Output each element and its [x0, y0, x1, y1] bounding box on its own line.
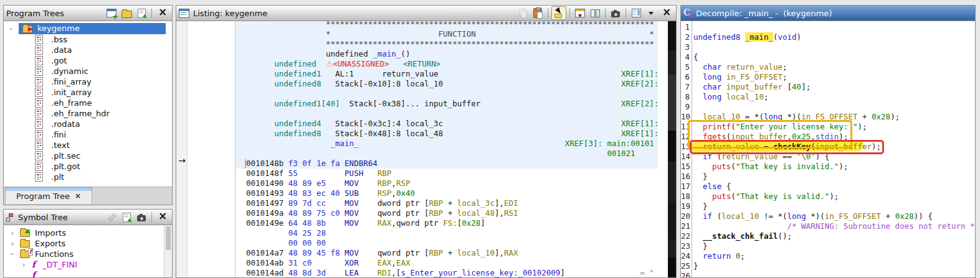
decompile-line[interactable]	[693, 42, 975, 52]
decompile-line[interactable]: undefined8 _main_(void)	[693, 32, 975, 42]
symbol-tree-header[interactable]: Symbol Tree	[4, 210, 172, 225]
listing-line[interactable]: undefined _main_()	[246, 49, 657, 59]
decompile-line[interactable]: {	[693, 52, 975, 62]
program-tree-item[interactable]: .got	[4, 55, 172, 66]
listing-line[interactable]: 00101497 89 7d cc MOV dword ptr [RBP + l…	[246, 198, 657, 208]
listing-line[interactable]: 0010149e 64 48 8b MOV RAX,qword ptr FS:[…	[246, 218, 657, 228]
program-tree-view[interactable]: › keygenme .bss.data.got.dynamic.fini_ar…	[4, 21, 172, 187]
listing-line[interactable]: undefined4 Stack[-0x3c]:4 local_3c XREF[…	[246, 119, 657, 129]
snapshot-camera-icon[interactable]	[135, 211, 148, 223]
program-tree-item[interactable]: .init_array	[4, 87, 172, 98]
decompile-line[interactable]: return 0;	[693, 251, 975, 261]
listing-header[interactable]: Listing: keygenme	[176, 6, 676, 21]
new-tree-icon[interactable]	[105, 7, 118, 19]
open-folder-icon[interactable]	[120, 7, 133, 19]
listing-overview-bar[interactable]	[668, 21, 676, 277]
program-tree-item[interactable]: .bss	[4, 34, 172, 45]
listing-line[interactable]: 001014ad 48 8d 3d LEA RDI,[s_Enter_your_…	[246, 268, 657, 277]
decompile-line[interactable]: puts("That key is valid.");	[693, 192, 975, 202]
listing-line[interactable]: 0010148f 55 PUSH RBP	[246, 169, 657, 178]
program-tree-item[interactable]: .text	[4, 140, 172, 151]
chevron-collapsed-icon[interactable]: ›	[9, 239, 16, 248]
close-icon[interactable]	[155, 7, 169, 19]
program-tree-item[interactable]: .eh_frame_hdr	[4, 108, 172, 119]
decompile-line[interactable]	[693, 102, 975, 112]
listing-line[interactable]: 00101493 48 83 ec 40 SUB RSP,0x40	[246, 188, 657, 198]
tree-root-row[interactable]: › keygenme	[4, 23, 172, 34]
symbol-tree-item[interactable]: ›Functions	[4, 249, 164, 259]
listing-view[interactable]: → **************************************…	[176, 21, 676, 277]
listing-line[interactable]: undefined1[40] Stack[-0x38]... input_buf…	[246, 99, 657, 109]
listing-line[interactable]: 001014ab 31 c0 XOR EAX,EAX	[246, 258, 657, 268]
symbol-tree-item[interactable]: ›_DT_FINI	[4, 259, 164, 270]
dropdown-arrow-icon[interactable]	[644, 7, 658, 19]
listing-line[interactable]	[246, 109, 657, 119]
decompile-view[interactable]: 1234567891011121314151617181920212223242…	[681, 21, 975, 277]
listing-line[interactable]: undefined8 Stack[-0x10]:8 local_10 XREF[…	[246, 79, 657, 89]
chevron-collapsed-icon[interactable]: ›	[9, 228, 16, 238]
decompile-header[interactable]: Decompile: _main_ - (keygenme)	[681, 6, 975, 21]
listing-line[interactable]: undefined ⚠<UNASSIGNED> <RETURN>	[246, 59, 657, 69]
program-root-label[interactable]: keygenme	[37, 24, 80, 33]
decompile-line[interactable]: }	[693, 261, 975, 271]
listing-line[interactable]: 04 25 28	[246, 228, 657, 238]
decompile-line[interactable]: }	[693, 241, 975, 251]
program-tree-item[interactable]: .plt.sec	[4, 151, 172, 161]
cursor-select-icon[interactable]	[551, 6, 566, 20]
program-tree-item[interactable]: .fini	[4, 129, 172, 140]
symbol-tree-item[interactable]: ›Imports	[4, 228, 164, 238]
listing-line[interactable]: 00 00 00	[246, 238, 657, 248]
decompile-line[interactable]: /* WARNING: Subroutine does not return *…	[693, 221, 975, 231]
symbol-tree-scrollbar[interactable]	[164, 225, 172, 277]
chevron-collapsed-icon[interactable]: ›	[20, 260, 27, 269]
copy-icon[interactable]	[516, 7, 530, 19]
chevron-expanded-icon[interactable]: ›	[8, 251, 17, 258]
decompile-line[interactable]: char input_buffer [40];	[693, 82, 975, 92]
tab-program-tree[interactable]: Program Tree ×	[5, 187, 92, 204]
decompile-line[interactable]: char return_value;	[693, 62, 975, 72]
listing-line[interactable]: * FUNCTION *	[246, 29, 657, 39]
snapshot-camera-icon[interactable]	[609, 7, 622, 19]
decompile-line[interactable]: __stack_chk_fail();	[693, 231, 975, 241]
decompile-line[interactable]: }	[693, 172, 975, 182]
symbol-tree-view[interactable]: ›Imports›Exports›Functions›_DT_FINI	[4, 225, 164, 277]
listing-line[interactable]	[246, 89, 657, 99]
decompile-line[interactable]: long local_10;	[693, 92, 975, 102]
listing-line[interactable]: _main_ XREF[3]: main:00101	[246, 139, 657, 149]
program-trees-header[interactable]: Program Trees	[4, 6, 172, 21]
program-tree-item[interactable]: .rodata	[4, 119, 172, 129]
listing-line[interactable]: 001021	[246, 149, 657, 159]
listing-line[interactable]: undefined8 Stack[-0x48]:8 local_48 XREF[…	[246, 129, 657, 139]
listing-line[interactable]: undefined1 AL:1 return_value XREF[1]:	[246, 69, 657, 79]
decompile-line[interactable]	[693, 271, 975, 277]
program-tree-item[interactable]: .eh_frame	[4, 98, 172, 108]
edit-pencil-icon[interactable]	[105, 211, 118, 223]
chevron-expanded-icon[interactable]: ›	[7, 25, 16, 33]
toggle-field-icon[interactable]	[573, 7, 587, 19]
decompile-line[interactable]	[693, 22, 975, 32]
program-tree-item[interactable]: .plt.got	[4, 161, 172, 172]
decompile-line[interactable]: puts("That key is invalid.");	[693, 162, 975, 172]
decompile-line[interactable]: long in_FS_OFFSET;	[693, 72, 975, 82]
decompile-line[interactable]: if (local_10 != *(long *)(in_FS_OFFSET +…	[693, 211, 975, 221]
tab-close-icon[interactable]: ×	[75, 192, 81, 200]
program-tree-item[interactable]: .plt	[4, 172, 172, 182]
paste-icon[interactable]	[531, 7, 545, 19]
diff-view-icon[interactable]	[588, 7, 602, 19]
listing-line[interactable]: 00101490 48 89 e5 MOV RBP,RSP	[246, 178, 657, 188]
program-tree-item[interactable]: .dynamic	[4, 66, 172, 76]
listing-line[interactable]: 001014a7 48 89 45 f8 MOV qword ptr [RBP …	[246, 248, 657, 258]
listing-line[interactable]: 0010149a 48 89 75 c0 MOV qword ptr [RBP …	[246, 208, 657, 218]
expand-tree-icon[interactable]	[120, 211, 133, 223]
close-icon[interactable]	[155, 211, 169, 223]
program-tree-item[interactable]: .fini_array	[4, 76, 172, 87]
expand-tree-icon[interactable]	[135, 7, 148, 19]
close-icon[interactable]	[659, 7, 673, 19]
decompile-line[interactable]: else {	[693, 182, 975, 192]
listing-line[interactable]: ****************************************…	[246, 21, 657, 29]
listing-display-icon[interactable]	[629, 7, 643, 19]
decompile-line[interactable]: }	[693, 202, 975, 211]
program-tree-item[interactable]: .data	[4, 45, 172, 55]
listing-line[interactable]: ****************************************…	[246, 39, 657, 49]
symbol-tree-item[interactable]: ›Exports	[4, 238, 164, 249]
